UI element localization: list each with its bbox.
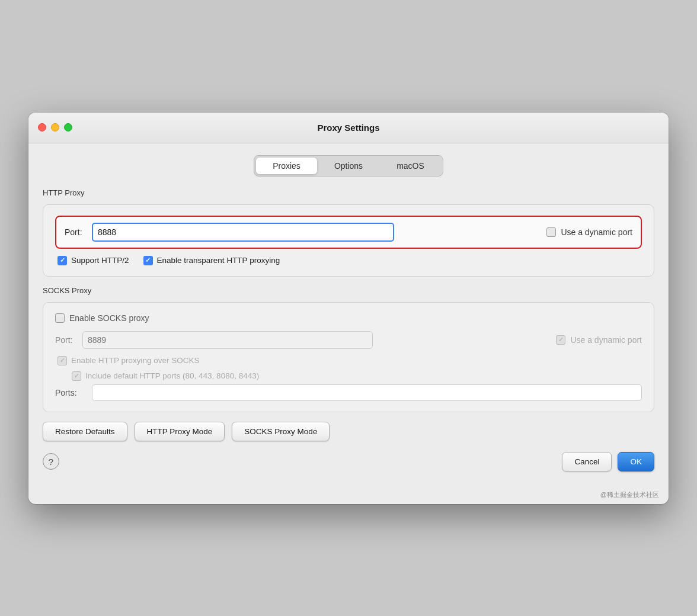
socks-port-input[interactable] [82,331,373,349]
http-port-input[interactable] [92,223,394,242]
http-port-row: Port: Use a dynamic port [55,216,642,249]
include-default-ports-item: Include default HTTP ports (80, 443, 808… [57,371,642,381]
tab-options[interactable]: Options [318,158,379,174]
socks-dynamic-port-checkbox [556,335,565,345]
socks-ports-input[interactable] [92,384,642,401]
socks-enable-checkbox[interactable] [55,313,65,323]
cancel-button[interactable]: Cancel [562,452,612,471]
socks-dynamic-port-row: Use a dynamic port [556,335,642,345]
maximize-button[interactable] [64,123,72,131]
socks-port-label: Port: [55,335,76,345]
footer-left: ? [43,453,59,470]
http-port-label: Port: [65,227,86,237]
close-button[interactable] [38,123,46,131]
socks-ports-row: Ports: [55,384,642,401]
tab-macos[interactable]: macOS [380,158,441,174]
http-checkboxes-row: Support HTTP/2 Enable transparent HTTP p… [55,256,642,265]
ok-button[interactable]: OK [618,452,654,471]
enable-transparent-label: Enable transparent HTTP proxying [157,256,280,265]
help-button[interactable]: ? [43,453,59,470]
tabs: Proxies Options macOS [254,155,443,177]
window-body: Proxies Options macOS HTTP Proxy Port: U… [28,143,669,488]
include-default-ports-label: Include default HTTP ports (80, 443, 808… [85,371,259,380]
enable-http-socks-label: Enable HTTP proxying over SOCKS [71,356,200,365]
dialog-footer: ? Cancel OK [43,452,654,471]
enable-http-socks-item: Enable HTTP proxying over SOCKS [57,356,642,365]
socks-proxy-label: SOCKS Proxy [43,286,654,295]
http-proxy-card: Port: Use a dynamic port Support HTTP/2 [43,204,654,277]
http-proxy-section: HTTP Proxy Port: Use a dynamic port Supp… [43,188,654,277]
socks-enable-label: Enable SOCKS proxy [69,313,149,323]
socks-port-row: Port: Use a dynamic port [55,331,642,349]
traffic-lights [38,123,72,131]
socks-dynamic-port-label: Use a dynamic port [570,335,642,345]
tab-proxies[interactable]: Proxies [256,158,317,174]
window-title: Proxy Settings [317,123,379,133]
minimize-button[interactable] [51,123,59,131]
restore-defaults-button[interactable]: Restore Defaults [43,422,127,441]
support-http2-checkbox[interactable] [57,256,67,265]
titlebar: Proxy Settings [28,113,669,143]
http-proxy-mode-button[interactable]: HTTP Proxy Mode [135,422,225,441]
support-http2-item: Support HTTP/2 [57,256,129,265]
http-dynamic-port-row: Use a dynamic port [546,227,632,237]
proxy-settings-window: Proxy Settings Proxies Options macOS HTT… [28,113,669,504]
socks-enable-row: Enable SOCKS proxy [55,313,642,323]
http-dynamic-port-checkbox[interactable] [546,227,556,237]
tabs-container: Proxies Options macOS [43,155,654,177]
enable-http-socks-checkbox [57,356,67,365]
watermark: @稀土掘金技术社区 [28,488,669,504]
enable-transparent-item: Enable transparent HTTP proxying [143,256,280,265]
include-default-ports-checkbox [72,371,81,381]
socks-proxy-section: SOCKS Proxy Enable SOCKS proxy Port: Use… [43,286,654,412]
enable-transparent-checkbox[interactable] [143,256,153,265]
http-dynamic-port-label: Use a dynamic port [561,227,632,237]
socks-options: Enable HTTP proxying over SOCKS Include … [55,356,642,381]
socks-proxy-card: Enable SOCKS proxy Port: Use a dynamic p… [43,302,654,412]
socks-ports-label: Ports: [55,388,85,397]
http-proxy-label: HTTP Proxy [43,188,654,197]
bottom-buttons: Restore Defaults HTTP Proxy Mode SOCKS P… [43,422,654,441]
socks-proxy-mode-button[interactable]: SOCKS Proxy Mode [232,422,330,441]
support-http2-label: Support HTTP/2 [71,256,129,265]
footer-right: Cancel OK [562,452,654,471]
